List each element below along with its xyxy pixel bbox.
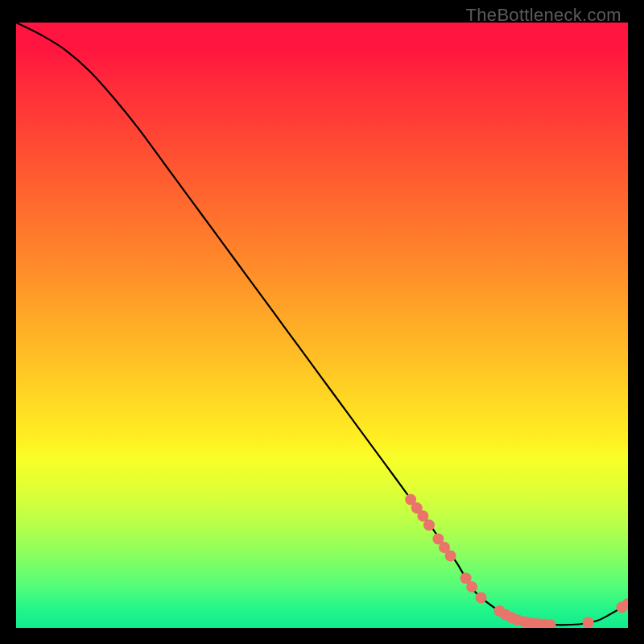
- data-marker: [466, 581, 477, 592]
- data-marker: [423, 519, 435, 530]
- chart-area: [16, 23, 628, 628]
- data-marker: [476, 592, 487, 603]
- watermark-text: TheBottleneck.com: [466, 5, 621, 26]
- data-marker: [583, 617, 594, 628]
- chart-svg: [16, 23, 628, 628]
- chart-markers: [405, 494, 628, 628]
- bottleneck-curve: [16, 23, 628, 625]
- data-marker: [445, 551, 456, 562]
